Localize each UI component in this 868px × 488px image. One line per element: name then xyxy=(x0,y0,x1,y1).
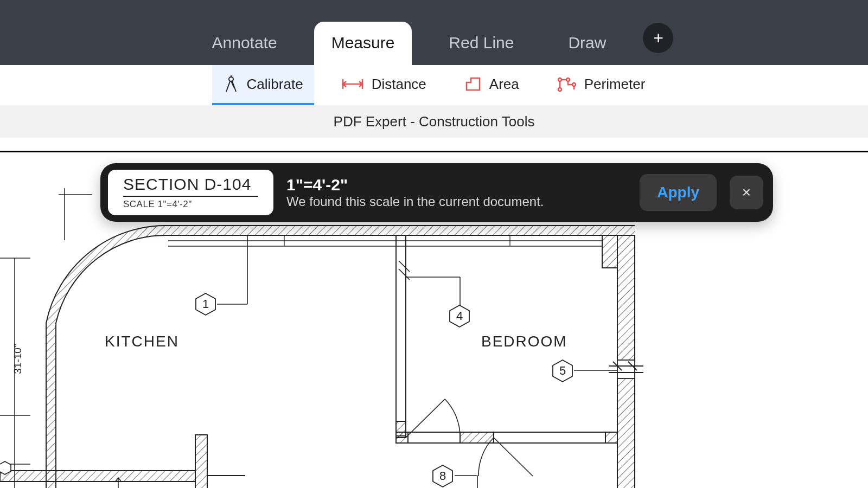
top-tabbar: Annotate Measure Red Line Draw + xyxy=(0,0,868,65)
plus-icon: + xyxy=(653,28,663,48)
tab-redline[interactable]: Red Line xyxy=(431,22,531,65)
apply-button[interactable]: Apply xyxy=(640,174,717,211)
measure-toolbar: Calibrate Distance Area xyxy=(0,65,868,105)
room-label-bedroom: BEDROOM xyxy=(481,333,567,350)
svg-line-2 xyxy=(226,81,230,92)
plan-marker-num: 5 xyxy=(551,359,575,383)
section-title: SECTION D-104 xyxy=(123,175,258,197)
svg-line-3 xyxy=(232,81,236,92)
tab-measure[interactable]: Measure xyxy=(314,22,412,65)
compass-icon xyxy=(223,75,239,93)
tool-distance[interactable]: Distance xyxy=(330,65,437,105)
plan-marker-num: 1 xyxy=(194,292,218,316)
plan-marker-4: 4 xyxy=(448,304,471,328)
scale-banner: SECTION D-104 SCALE 1"=4'-2" 1"=4'-2" We… xyxy=(100,163,773,222)
plan-marker-5: 5 xyxy=(551,359,575,383)
room-label-kitchen: KITCHEN xyxy=(105,333,179,350)
svg-rect-41 xyxy=(460,432,494,443)
svg-rect-42 xyxy=(396,432,408,443)
tool-label: Distance xyxy=(372,76,426,93)
document-canvas[interactable]: SECTION D-104 SCALE 1"=4'-2" 1"=4'-2" We… xyxy=(0,151,868,488)
svg-point-9 xyxy=(558,78,561,81)
tool-calibrate[interactable]: Calibrate xyxy=(212,65,314,105)
svg-point-10 xyxy=(566,78,570,81)
svg-rect-37 xyxy=(195,435,207,488)
scale-subtext: We found this scale in the current docum… xyxy=(286,194,627,209)
svg-rect-34 xyxy=(0,471,195,481)
plan-marker-num: 8 xyxy=(431,464,455,488)
dimension-vertical: 31-10" xyxy=(12,344,24,374)
tool-area[interactable]: Area xyxy=(454,65,530,105)
add-tab-button[interactable]: + xyxy=(643,23,673,53)
tab-annotate[interactable]: Annotate xyxy=(195,22,295,65)
svg-point-8 xyxy=(558,88,561,91)
tool-label: Perimeter xyxy=(584,76,646,93)
area-icon xyxy=(464,76,482,92)
plan-marker-1: 1 xyxy=(194,292,218,316)
section-scale: SCALE 1"=4'-2" xyxy=(123,197,258,210)
perimeter-icon xyxy=(557,76,577,92)
svg-point-11 xyxy=(572,83,576,86)
svg-rect-27 xyxy=(396,235,406,436)
document-title: PDF Expert - Construction Tools xyxy=(334,113,535,130)
svg-rect-20 xyxy=(602,235,617,268)
section-card: SECTION D-104 SCALE 1"=4'-2" xyxy=(108,170,273,215)
tool-label: Calibrate xyxy=(247,76,303,93)
plan-marker-num: 4 xyxy=(448,304,471,328)
distance-icon xyxy=(341,77,364,91)
svg-point-0 xyxy=(229,77,233,81)
document-title-bar: PDF Expert - Construction Tools xyxy=(0,105,868,138)
svg-rect-43 xyxy=(605,432,617,443)
scale-heading: 1"=4'-2" xyxy=(286,176,627,194)
close-icon: × xyxy=(742,184,751,201)
tool-label: Area xyxy=(489,76,519,93)
plan-marker-8: 8 xyxy=(431,464,455,488)
tool-perimeter[interactable]: Perimeter xyxy=(546,65,656,105)
close-banner-button[interactable]: × xyxy=(730,176,763,209)
banner-text: 1"=4'-2" We found this scale in the curr… xyxy=(286,176,627,209)
tab-draw[interactable]: Draw xyxy=(551,22,623,65)
svg-marker-55 xyxy=(0,461,11,474)
